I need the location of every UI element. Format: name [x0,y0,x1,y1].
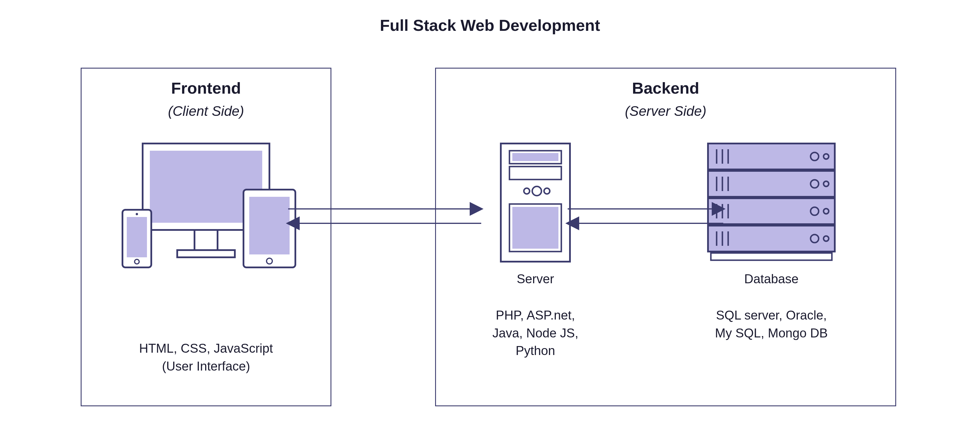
frontend-subtitle: (Client Side) [81,103,331,119]
svg-rect-14 [509,167,561,179]
frontend-title: Frontend [81,79,331,97]
svg-rect-22 [708,171,835,197]
svg-rect-3 [177,250,235,257]
frontend-panel: Frontend (Client Side) [81,68,331,406]
phone-icon [123,210,151,267]
svg-rect-23 [708,198,835,224]
server-tech-list: PHP, ASP.net, Java, Node JS, Python [473,306,597,360]
frontend-tech-list: HTML, CSS, JavaScript (User Interface) [81,340,331,375]
server-label: Server [473,272,597,286]
svg-rect-21 [708,143,835,170]
server-tech-line3: Python [473,342,597,360]
backend-subtitle: (Server Side) [436,103,895,119]
server-column: Server PHP, ASP.net, Java, Node JS, Pyth… [473,141,597,360]
svg-rect-5 [127,217,147,257]
svg-point-17 [544,188,550,194]
database-tech-line1: SQL server, Oracle, [685,306,858,324]
backend-title: Backend [436,79,895,97]
server-tech-line1: PHP, ASP.net, [473,306,597,324]
frontend-backend-arrows [285,199,484,234]
svg-point-6 [136,213,138,215]
database-tech-list: SQL server, Oracle, My SQL, Mongo DB [685,306,858,342]
svg-point-16 [532,186,541,195]
server-database-arrows [565,199,726,234]
database-tech-line2: My SQL, Mongo DB [685,324,858,342]
database-label: Database [685,272,858,286]
frontend-tech-line1: HTML, CSS, JavaScript [81,340,331,357]
svg-rect-24 [708,226,835,251]
backend-panel: Backend (Server Side) Server PHP, A [435,68,896,406]
svg-rect-20 [711,253,832,260]
svg-rect-19 [512,207,558,249]
database-column: Database SQL server, Oracle, My SQL, Mon… [685,141,858,342]
frontend-tech-line2: (User Interface) [81,357,331,375]
svg-rect-13 [512,153,558,161]
server-tech-line2: Java, Node JS, [473,324,597,342]
diagram-title: Full Stack Web Development [0,16,980,35]
svg-point-15 [524,188,530,194]
svg-rect-2 [194,230,218,250]
svg-rect-9 [249,197,290,254]
